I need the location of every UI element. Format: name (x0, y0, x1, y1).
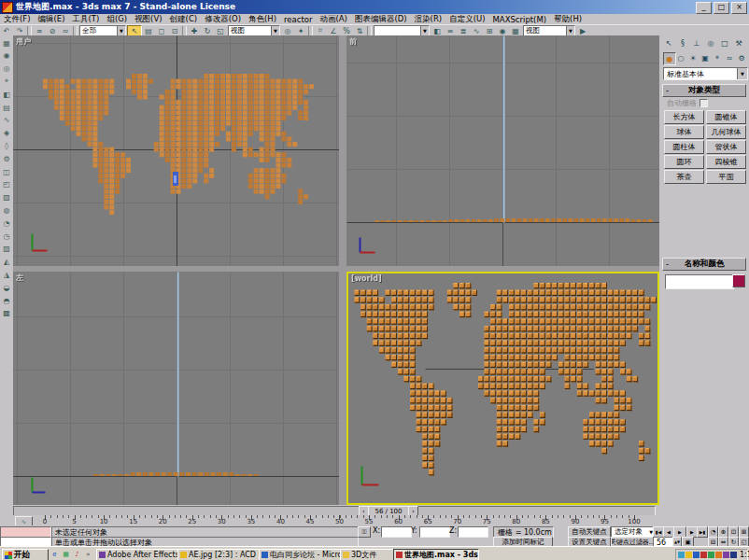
quick-launch-icon[interactable]: ♪ (72, 550, 82, 559)
object-type-button[interactable]: 管状体 (706, 140, 746, 154)
motion-tab-icon[interactable]: ◎ (704, 37, 717, 49)
tab-toolbar-icon[interactable]: ◧ (1, 89, 12, 100)
object-type-button[interactable]: 平面 (706, 170, 746, 184)
tab-toolbar-icon[interactable]: ◫ (1, 166, 12, 177)
viewport-perspective-active[interactable]: [world] (346, 272, 659, 505)
object-type-button[interactable]: 四棱锥 (706, 155, 746, 169)
menu-item[interactable]: 视图(V) (131, 14, 165, 25)
tab-toolbar-icon[interactable]: ▧ (1, 192, 12, 203)
track-bar[interactable]: ∿ 05101520253035404550556065707580859095… (0, 515, 749, 525)
align-icon[interactable]: ≡ (444, 26, 457, 36)
z-coord-field[interactable] (458, 526, 488, 538)
undo-icon[interactable]: ↶ (0, 26, 13, 36)
menu-item[interactable]: 文件(F) (0, 14, 35, 25)
taskbar-task-button[interactable]: 3D文件 (340, 549, 396, 560)
chevron-down-icon[interactable]: ▼ (420, 26, 429, 35)
tab-toolbar-icon[interactable]: ◮ (1, 269, 12, 280)
menu-item[interactable]: 图表编辑器(D) (351, 14, 411, 25)
viewport-label-left[interactable]: 左 (16, 273, 23, 283)
select-and-manipulate-icon[interactable]: ✦ (294, 26, 307, 36)
tab-toolbar-icon[interactable]: ▩ (1, 308, 12, 319)
tab-toolbar-icon[interactable]: ◍ (1, 204, 12, 216)
chevron-down-icon[interactable]: ▼ (271, 26, 279, 35)
window-crossing-icon[interactable]: ⊡ (168, 26, 181, 36)
spinner-snap-toggle-icon[interactable]: ⇅ (353, 26, 366, 36)
object-type-button[interactable]: 圆锥体 (706, 110, 746, 124)
tab-toolbar-icon[interactable]: ◓ (1, 295, 12, 306)
menu-item[interactable]: 工具(T) (69, 14, 104, 25)
schematic-view-icon[interactable]: ⊞ (483, 26, 496, 36)
start-button[interactable]: 开始 (2, 549, 49, 560)
rollout-object-type[interactable]: - 对象类型 (662, 84, 746, 97)
tray-icon[interactable] (685, 552, 692, 558)
bind-to-space-warp-icon[interactable]: ≈ (59, 26, 72, 36)
tab-toolbar-icon[interactable]: ⌖ (1, 76, 12, 87)
redo-icon[interactable]: ↷ (13, 26, 26, 36)
viewport-perspective-canvas[interactable] (348, 273, 657, 503)
autogrid-checkbox[interactable] (700, 99, 708, 107)
rollout-name-color[interactable]: - 名称和颜色 (662, 258, 746, 271)
systems-category-icon[interactable]: ⚙ (736, 52, 747, 63)
shapes-category-icon[interactable]: ○ (675, 52, 686, 63)
autogrid-checkbox-row[interactable]: 自动栅格 (667, 98, 742, 108)
create-tab-icon[interactable]: ↖ (662, 37, 675, 49)
tab-toolbar-icon[interactable]: ◈ (1, 128, 12, 139)
chevron-down-icon[interactable]: ▼ (566, 26, 574, 35)
tab-toolbar-icon[interactable]: ▦ (1, 37, 12, 49)
taskbar-task-button[interactable]: Adobe After Effects (96, 549, 180, 560)
rectangular-selection-region-icon[interactable]: ◻ (155, 26, 168, 36)
material-editor-icon[interactable]: ◉ (496, 26, 509, 36)
percent-snap-toggle-icon[interactable]: % (340, 26, 353, 36)
menu-item[interactable]: 动画(A) (316, 14, 350, 25)
selection-lock-toggle[interactable]: ⚿ (358, 526, 371, 538)
use-pivot-point-center-icon[interactable]: ◎ (281, 26, 294, 36)
object-type-button[interactable]: 长方体 (664, 110, 704, 124)
tab-toolbar-icon[interactable]: ∿ (1, 115, 12, 126)
go-to-end-button[interactable]: ▶▮ (697, 526, 708, 538)
viewport-left-canvas[interactable] (13, 272, 339, 505)
modify-tab-icon[interactable]: § (676, 37, 689, 49)
select-and-move-icon[interactable]: ✚ (188, 26, 201, 36)
tab-toolbar-icon[interactable]: ⚙ (1, 153, 12, 164)
hierarchy-tab-icon[interactable]: ⊥ (690, 37, 703, 49)
helpers-category-icon[interactable]: ⌖ (712, 52, 723, 63)
menu-item[interactable]: 编辑(E) (35, 14, 69, 25)
geometry-category-icon[interactable]: ● (663, 52, 676, 65)
object-type-button[interactable]: 几何球体 (706, 125, 746, 139)
quick-launch-icon[interactable]: » (83, 550, 93, 559)
menu-item[interactable]: MAXScript(M) (489, 15, 551, 24)
subcategory-dropdown[interactable]: 标准基本体 ▼ (663, 67, 748, 80)
select-and-scale-icon[interactable]: ◱ (214, 26, 227, 36)
tab-toolbar-icon[interactable]: ◎ (1, 63, 12, 75)
quick-launch-icon[interactable]: ▦ (61, 550, 71, 559)
menu-item[interactable]: 角色(H) (245, 14, 280, 25)
tray-icon[interactable] (693, 552, 700, 558)
angle-snap-toggle-icon[interactable]: ∠ (327, 26, 340, 36)
tab-toolbar-icon[interactable]: ▨ (1, 244, 12, 255)
render-scene-icon[interactable]: ▦ (509, 26, 522, 36)
tray-icon[interactable] (678, 552, 685, 558)
viewport-user-canvas[interactable] (13, 35, 339, 266)
tray-icon[interactable] (730, 552, 737, 558)
taskbar-task-button[interactable]: 世界地图.max - 3ds max... (393, 549, 479, 560)
unlink-selection-icon[interactable]: ⊘ (46, 26, 59, 36)
space-warps-category-icon[interactable]: ≈ (724, 52, 735, 63)
x-coord-field[interactable] (381, 526, 412, 538)
object-type-button[interactable]: 圆环 (664, 155, 704, 169)
viewport-label-world[interactable]: [world] (351, 274, 382, 283)
select-and-link-icon[interactable]: ∞ (33, 26, 46, 36)
collapse-icon[interactable]: - (666, 259, 669, 269)
curve-editor-icon[interactable]: ∿ (470, 26, 483, 36)
y-coord-field[interactable] (419, 526, 450, 538)
tab-toolbar-icon[interactable]: ◊ (1, 140, 12, 151)
snaps-toggle-icon[interactable]: ⌗ (314, 26, 327, 36)
viewport-label-user[interactable]: 用户 (16, 36, 31, 47)
object-type-button[interactable]: 圆柱体 (664, 140, 704, 154)
taskbar-task-button[interactable]: 电白同乡论坛 - Microsof... (259, 549, 343, 560)
quick-launch-icon[interactable]: e (49, 550, 60, 559)
tab-toolbar-icon[interactable]: ◭ (1, 257, 12, 268)
collapse-icon[interactable]: - (666, 86, 669, 95)
tab-toolbar-icon[interactable]: ◰ (1, 179, 12, 190)
object-type-button[interactable]: 球体 (664, 125, 704, 139)
menu-item[interactable]: reactor (280, 15, 316, 24)
